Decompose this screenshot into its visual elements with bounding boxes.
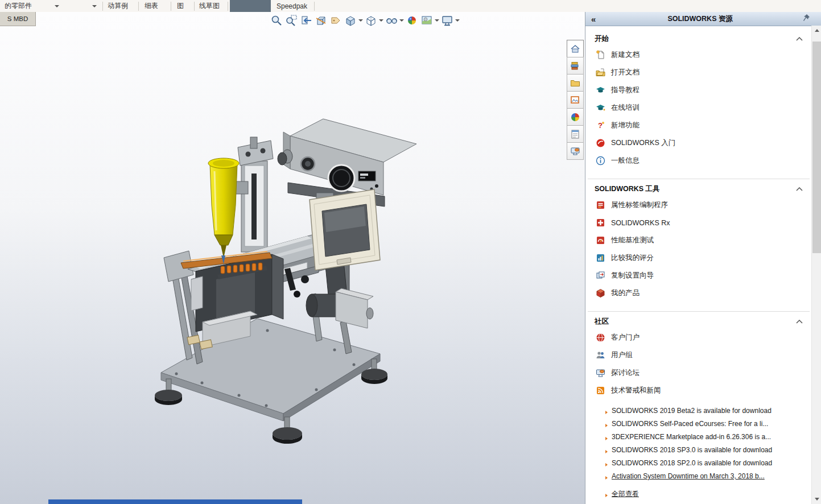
open-document-icon	[596, 68, 605, 77]
community-item-customer-portal[interactable]: 客户门户	[585, 329, 812, 346]
community-item-discussion-forum[interactable]: 探讨论坛	[585, 364, 812, 382]
dynamic-annotation-views-icon[interactable]	[329, 14, 343, 27]
tool-item-performance-benchmark[interactable]: 性能基准测试	[585, 232, 812, 249]
news-item[interactable]: SOLIDWORKS 2019 Beta2 is available for d…	[585, 405, 812, 418]
community-item-user-groups[interactable]: 用户组	[585, 346, 812, 364]
ribbon-item-drawing[interactable]: 图	[177, 1, 184, 11]
pressed-ribbon-button[interactable]	[230, 0, 271, 12]
custom-properties-icon	[570, 129, 580, 139]
dropdown-caret-icon[interactable]	[92, 5, 97, 10]
pin-icon[interactable]	[802, 14, 810, 24]
view-palette-tab[interactable]	[567, 91, 584, 109]
section-header-tools[interactable]: SOLIDWORKS 工具	[585, 179, 812, 196]
section-title: SOLIDWORKS 工具	[595, 184, 660, 194]
ribbon-separator	[228, 2, 228, 11]
resource-item-introducing-solidworks[interactable]: SOLIDWORKS 入门	[585, 134, 812, 152]
hide-show-items-icon[interactable]	[385, 14, 398, 27]
taskbar-sliver	[48, 499, 302, 504]
collapse-chevron-icon[interactable]	[795, 316, 804, 327]
tool-item-my-products[interactable]: 我的产品	[585, 284, 812, 302]
news-item-text: 3DEXPERIENCE Marketplace add-in 6.26.306…	[612, 433, 771, 441]
section-view-icon[interactable]	[314, 14, 328, 27]
view-all-link[interactable]: 全部查看	[585, 488, 812, 501]
dropdown-caret-icon[interactable]	[379, 19, 383, 24]
task-pane-body: 开始 新建文档 打开文档 指导教程 在线培训 ? 新增功能	[585, 26, 812, 504]
forum-tab[interactable]	[567, 142, 584, 160]
dropdown-caret-icon[interactable]	[399, 19, 404, 24]
zoom-to-area-icon[interactable]	[284, 14, 298, 27]
news-item[interactable]: SOLIDWORKS Self-Paced eCourses: Free for…	[585, 418, 812, 431]
edit-appearance-icon[interactable]	[405, 14, 419, 27]
view-all-text: 全部查看	[612, 490, 639, 498]
apply-scene-icon[interactable]	[420, 14, 434, 27]
ribbon-item-components[interactable]: 的零部件	[5, 1, 32, 11]
resource-item-general-information[interactable]: 一般信息	[585, 152, 812, 170]
leveling-foot-front[interactable]	[273, 417, 302, 444]
design-library-tab[interactable]	[567, 57, 584, 75]
commandmanager-tab-mbd[interactable]: S MBD	[0, 12, 36, 26]
news-item[interactable]: SOLIDWORKS 2018 SP3.0 is available for d…	[585, 444, 812, 457]
collapse-chevron-icon[interactable]	[795, 184, 804, 194]
custom-properties-tab[interactable]	[567, 125, 584, 143]
collapse-taskpane-icon[interactable]: «	[589, 14, 598, 24]
dropdown-caret-icon[interactable]	[435, 19, 439, 24]
scrollbar-up-button[interactable]	[812, 26, 821, 35]
ribbon-item-speedpak[interactable]: Speedpak	[277, 2, 307, 10]
tool-item-solidworks-rx[interactable]: SOLIDWORKS Rx	[585, 214, 812, 232]
scrollbar-down-button[interactable]	[812, 495, 821, 504]
resource-item-label: 在线培训	[611, 103, 640, 113]
news-list: SOLIDWORKS 2019 Beta2 is available for d…	[585, 405, 812, 501]
news-bullet-icon	[605, 408, 608, 416]
tool-item-property-tab-builder[interactable]: 属性标签编制程序	[585, 196, 812, 214]
resource-item-new-document[interactable]: 新建文档	[585, 46, 812, 64]
resource-item-label: 性能基准测试	[611, 236, 654, 245]
dropdown-caret-icon[interactable]	[455, 19, 460, 24]
news-item[interactable]: 3DEXPERIENCE Marketplace add-in 6.26.306…	[585, 431, 812, 444]
news-item[interactable]: SOLIDWORKS 2018 SP2.0 is available for d…	[585, 457, 812, 470]
view-orientation-icon[interactable]	[344, 14, 357, 27]
news-item-text: SOLIDWORKS 2018 SP3.0 is available for d…	[612, 446, 772, 454]
task-pane-scrollbar[interactable]	[811, 26, 821, 504]
task-pane-title: SOLIDWORKS 资源	[598, 14, 802, 24]
resource-item-online-training[interactable]: 在线培训	[585, 99, 812, 117]
ribbon-separator	[138, 2, 139, 11]
dropdown-caret-icon[interactable]	[358, 19, 363, 24]
ribbon-item-sketch[interactable]: 线草图	[199, 1, 220, 11]
home-tab[interactable]	[567, 40, 584, 57]
news-item[interactable]: Activation System Downtime on March 3, 2…	[585, 470, 812, 484]
discussion-forum-icon	[596, 368, 605, 378]
whats-new-icon: ?	[596, 121, 605, 130]
section-header-start[interactable]: 开始	[585, 29, 812, 46]
resource-item-tutorials[interactable]: 指导教程	[585, 81, 812, 99]
heads-up-toolbar	[270, 14, 460, 27]
file-explorer-tab[interactable]	[567, 74, 584, 92]
dispenser-slide-column[interactable]	[238, 137, 273, 252]
resource-item-whats-new[interactable]: ? 新增功能	[585, 117, 812, 134]
resource-item-label: 探讨论坛	[611, 368, 640, 378]
previous-view-icon[interactable]	[299, 14, 313, 27]
section-header-community[interactable]: 社区	[585, 312, 812, 329]
dropdown-caret-icon[interactable]	[55, 5, 59, 10]
new-document-icon	[596, 50, 605, 60]
tool-item-copy-settings-wizard[interactable]: 复制设置向导	[585, 267, 812, 284]
ribbon-separator	[194, 2, 195, 11]
ribbon-item-bom[interactable]: 细表	[145, 1, 158, 11]
resource-item-label: SOLIDWORKS 入门	[611, 138, 675, 148]
cad-model[interactable]	[0, 12, 585, 504]
ribbon-item-motion-study[interactable]: 动算例	[108, 1, 128, 11]
viewport-3d[interactable]	[0, 12, 585, 504]
appearances-tab[interactable]	[567, 108, 584, 126]
community-item-tech-alerts-news[interactable]: 技术警戒和新闻	[585, 382, 812, 399]
online-training-icon	[596, 103, 605, 113]
resource-item-label: SOLIDWORKS Rx	[611, 219, 670, 227]
copy-settings-icon	[596, 271, 605, 280]
collapse-chevron-icon[interactable]	[795, 34, 804, 44]
display-style-icon[interactable]	[364, 14, 378, 27]
scrollbar-thumb[interactable]	[812, 42, 821, 253]
zoom-to-fit-icon[interactable]	[270, 14, 283, 27]
home-icon	[570, 44, 580, 54]
tool-item-compare-my-score[interactable]: 比较我的评分	[585, 249, 812, 267]
view-settings-icon[interactable]	[440, 14, 454, 27]
news-item-text: SOLIDWORKS 2019 Beta2 is available for d…	[612, 407, 772, 415]
resource-item-open-document[interactable]: 打开文档	[585, 64, 812, 81]
